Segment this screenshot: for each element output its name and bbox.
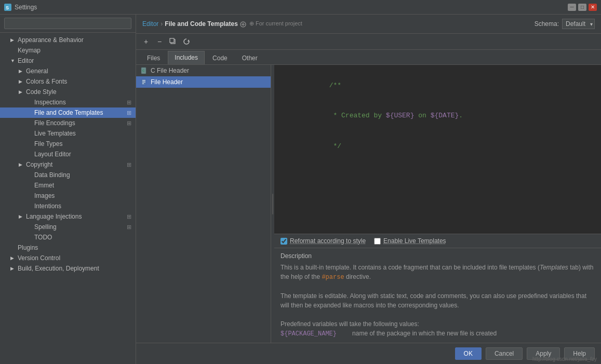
reformat-input[interactable] xyxy=(281,238,287,245)
arrow-spacer xyxy=(27,193,32,198)
template-icon: C xyxy=(140,67,148,74)
arrow-spacer xyxy=(27,183,32,188)
app-icon: S xyxy=(4,4,11,11)
arrow-spacer xyxy=(10,245,16,250)
nav-tree: ▶ Appearance & Behavior Keymap ▼ Editor … xyxy=(0,33,136,364)
arrow-spacer xyxy=(27,100,32,105)
schema-wrapper: Default Project xyxy=(562,19,595,29)
template-item-file-header[interactable]: File Header xyxy=(136,76,271,88)
reformat-label: Reformat according to style xyxy=(290,237,366,245)
sidebar-item-images[interactable]: Images xyxy=(0,191,136,201)
svg-text:S: S xyxy=(6,5,9,10)
template-list: C C File Header File Header xyxy=(136,65,271,343)
sidebar-item-copyright[interactable]: ▶ Copyright ⊞ xyxy=(0,159,136,170)
schema-select[interactable]: Default Project xyxy=(562,19,595,29)
copy-button[interactable] xyxy=(167,36,179,47)
title-bar: S Settings ─ □ ✕ xyxy=(0,0,601,15)
breadcrumb-project: ⊕ For current project xyxy=(240,20,302,27)
template-label: C File Header xyxy=(151,67,189,74)
schema-label: Schema: xyxy=(535,20,559,28)
sidebar-item-keymap[interactable]: Keymap xyxy=(0,45,136,56)
search-box xyxy=(0,15,136,33)
sidebar-item-todo[interactable]: TODO xyxy=(0,232,136,242)
action-icon: ⊞ xyxy=(127,213,131,220)
arrow-spacer xyxy=(27,120,32,126)
reset-button[interactable] xyxy=(181,36,192,47)
sidebar-item-emmet[interactable]: Emmet xyxy=(0,180,136,191)
arrow-spacer xyxy=(27,152,32,157)
sidebar-item-layout-editor[interactable]: Layout Editor xyxy=(0,149,136,159)
sidebar-item-inspections[interactable]: Inspections ⊞ xyxy=(0,97,136,107)
action-icon: ⊞ xyxy=(127,120,131,127)
close-button[interactable]: ✕ xyxy=(589,4,597,11)
editor-area: /** * Created by ${USER} on ${DATE}. */ … xyxy=(274,65,601,343)
action-icon: ⊞ xyxy=(127,161,131,168)
live-templates-label: Enable Live Templates xyxy=(383,237,446,245)
svg-text:C: C xyxy=(142,69,145,72)
remove-button[interactable]: − xyxy=(154,36,165,47)
tab-includes[interactable]: Includes xyxy=(168,51,205,64)
sidebar-item-colors-fonts[interactable]: ▶ Colors & Fonts xyxy=(0,76,136,87)
window-controls[interactable]: ─ □ ✕ xyxy=(568,4,597,11)
action-icon: ⊞ xyxy=(127,99,131,106)
arrow-spacer xyxy=(27,224,32,230)
sidebar-item-spelling[interactable]: Spelling ⊞ xyxy=(0,222,136,232)
sidebar-item-appearance[interactable]: ▶ Appearance & Behavior xyxy=(0,35,136,45)
window-title: Settings xyxy=(15,4,37,11)
sidebar-item-file-code-templates[interactable]: File and Code Templates ⊞ xyxy=(0,107,136,118)
sidebar-item-code-style[interactable]: ▶ Code Style xyxy=(0,87,136,97)
svg-rect-6 xyxy=(170,38,174,43)
add-button[interactable]: + xyxy=(140,36,152,47)
sidebar-item-file-encodings[interactable]: File Encodings ⊞ xyxy=(0,118,136,128)
toolbar: + − xyxy=(136,34,601,50)
arrow-icon: ▼ xyxy=(10,58,16,63)
action-icon: ⊞ xyxy=(127,110,131,116)
code-editor[interactable]: /** * Created by ${USER} on ${DATE}. */ xyxy=(274,65,601,234)
sidebar-item-language-injections[interactable]: ▶ Language Injections ⊞ xyxy=(0,211,136,222)
sidebar-item-live-templates[interactable]: Live Templates xyxy=(0,128,136,139)
sidebar-item-editor[interactable]: ▼ Editor xyxy=(0,56,136,66)
options-bar: Reformat according to style Enable Live … xyxy=(274,234,601,248)
main-container: ▶ Appearance & Behavior Keymap ▼ Editor … xyxy=(0,15,601,364)
arrow-icon: ▶ xyxy=(10,266,16,271)
tab-code[interactable]: Code xyxy=(206,51,234,64)
arrow-icon: ▶ xyxy=(10,37,16,43)
sidebar-item-build[interactable]: ▶ Build, Execution, Deployment xyxy=(0,263,136,274)
arrow-icon: ▶ xyxy=(19,69,24,74)
arrow-spacer xyxy=(27,172,32,178)
template-item-c-file-header[interactable]: C C File Header xyxy=(136,65,271,76)
arrow-icon: ▶ xyxy=(19,214,24,219)
arrow-icon: ▶ xyxy=(19,162,24,167)
code-line: /** xyxy=(281,70,595,101)
help-button[interactable]: Help xyxy=(564,347,595,360)
maximize-button[interactable]: □ xyxy=(578,4,586,11)
arrow-icon: ▶ xyxy=(19,89,24,95)
action-icon: ⊞ xyxy=(127,224,131,231)
tab-files[interactable]: Files xyxy=(140,51,167,64)
tab-other[interactable]: Other xyxy=(235,51,264,64)
code-line: * Created by ${USER} on ${DATE}. xyxy=(281,101,595,131)
live-templates-checkbox[interactable]: Enable Live Templates xyxy=(374,237,446,245)
content-body: C C File Header File Header /** xyxy=(136,65,601,343)
footer: OK Cancel Apply Help xyxy=(136,343,601,364)
breadcrumb-current: File and Code Templates xyxy=(165,20,237,28)
sidebar-item-general[interactable]: ▶ General xyxy=(0,66,136,76)
sidebar-item-intentions[interactable]: Intentions xyxy=(0,201,136,211)
live-templates-input[interactable] xyxy=(374,238,381,245)
arrow-icon: ▶ xyxy=(19,79,24,84)
sidebar-item-version-control[interactable]: ▶ Version Control xyxy=(0,253,136,263)
minimize-button[interactable]: ─ xyxy=(568,4,576,11)
arrow-spacer xyxy=(27,204,32,209)
arrow-spacer xyxy=(27,141,32,146)
content-header: Editor › File and Code Templates ⊕ For c… xyxy=(136,15,601,34)
sidebar-item-file-types[interactable]: File Types xyxy=(0,139,136,149)
directive-text: #parse xyxy=(322,274,344,281)
apply-button[interactable]: Apply xyxy=(527,347,560,360)
search-input[interactable] xyxy=(4,18,131,29)
reformat-checkbox[interactable]: Reformat according to style xyxy=(281,237,366,245)
sidebar-item-plugins[interactable]: Plugins xyxy=(0,242,136,253)
sidebar-item-data-binding[interactable]: Data Binding xyxy=(0,170,136,180)
cancel-button[interactable]: Cancel xyxy=(486,347,523,360)
ok-button[interactable]: OK xyxy=(455,347,482,360)
breadcrumb-parent[interactable]: Editor xyxy=(142,20,158,28)
